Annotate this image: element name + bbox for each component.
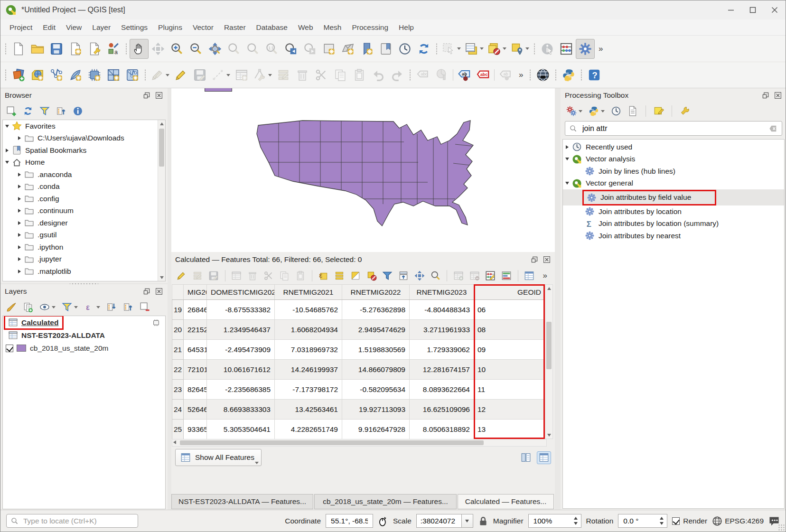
- cell[interactable]: -0.582095634: [342, 380, 410, 400]
- expander-icon[interactable]: [15, 245, 23, 249]
- toolbox-alg-join-attributes-nearest[interactable]: Join attributes by nearest: [563, 230, 784, 242]
- row-number[interactable]: 23: [172, 380, 184, 400]
- attr-invert-selection-button[interactable]: [349, 269, 362, 282]
- zoom-last-button[interactable]: [281, 39, 300, 59]
- cell[interactable]: 52646: [184, 400, 207, 420]
- expander-icon[interactable]: [15, 257, 23, 261]
- attr-toggle-editing-button[interactable]: [175, 269, 188, 282]
- toolbox-alg-join-attributes-by-field-value[interactable]: Join attributes by field value: [563, 189, 784, 205]
- layers-close-button[interactable]: [154, 288, 163, 296]
- clear-search-icon[interactable]: [769, 124, 777, 133]
- scale-combo[interactable]: :38024072: [416, 514, 473, 528]
- browser-item-folder[interactable]: .anaconda: [3, 168, 165, 181]
- menu-layer[interactable]: Layer: [87, 23, 116, 32]
- layer-labeling-options-button[interactable]: ab: [455, 65, 474, 85]
- toggle-editing-button[interactable]: [171, 65, 190, 85]
- cell[interactable]: 12.281674157: [410, 360, 474, 380]
- edit-features-in-place-button[interactable]: [654, 106, 664, 116]
- browser-item-folder[interactable]: .continuum: [3, 205, 165, 217]
- menu-database[interactable]: Database: [251, 23, 293, 32]
- menu-vector[interactable]: Vector: [187, 23, 219, 32]
- redo-button[interactable]: [388, 65, 407, 85]
- crs-indicator[interactable]: EPSG:4269: [712, 516, 764, 526]
- toolbox-close-button[interactable]: [773, 92, 782, 100]
- row-number[interactable]: 20: [172, 320, 184, 340]
- attr-delete-field-button[interactable]: [468, 269, 481, 282]
- tab-cb-2018-us-state[interactable]: cb_2018_us_state_20m — Features...: [314, 494, 457, 509]
- browser-scrollbar[interactable]: [158, 120, 165, 281]
- scroll-down-icon[interactable]: [158, 274, 166, 281]
- new-map-view-button[interactable]: [319, 39, 338, 59]
- python-console-button[interactable]: [559, 65, 578, 85]
- cell-geoid[interactable]: 12: [474, 400, 545, 420]
- save-project-button[interactable]: [47, 39, 66, 59]
- new-geopackage-layer-button[interactable]: [28, 65, 47, 85]
- render-toggle[interactable]: Render: [672, 517, 707, 525]
- cell[interactable]: -2.235686385: [207, 380, 275, 400]
- style-manager-button[interactable]: a: [104, 39, 123, 59]
- open-attribute-table-button[interactable]: [463, 39, 486, 59]
- cell[interactable]: 16.625109096: [410, 400, 474, 420]
- scrollbar-thumb[interactable]: [546, 322, 552, 369]
- toolbar-grip[interactable]: [125, 43, 128, 55]
- new-3d-map-view-button[interactable]: [338, 39, 357, 59]
- scroll-left-icon[interactable]: [173, 440, 176, 444]
- browser-item-folder[interactable]: .matplotlib: [3, 265, 165, 278]
- corner-header[interactable]: [172, 285, 184, 300]
- magnifier-input[interactable]: [533, 516, 570, 526]
- delete-selected-button[interactable]: [293, 65, 312, 85]
- tab-nst-est2023[interactable]: NST-EST2023-ALLDATA — Features...: [171, 494, 313, 509]
- current-edits-button[interactable]: [149, 65, 171, 85]
- help-button[interactable]: ?: [585, 65, 604, 85]
- browser-properties-button[interactable]: [73, 106, 83, 116]
- toolbox-options-button[interactable]: [680, 106, 690, 116]
- attr-select-all-button[interactable]: [333, 269, 346, 282]
- toolbox-group-recently-used[interactable]: Recently used: [563, 141, 784, 153]
- column-header-geoid[interactable]: GEOID: [474, 285, 545, 300]
- browser-item-spatial-bookmarks[interactable]: Spatial Bookmarks: [3, 144, 165, 157]
- toolbar-grip[interactable]: [4, 43, 7, 55]
- menu-settings[interactable]: Settings: [116, 23, 153, 32]
- new-gpx-layer-button[interactable]: [123, 65, 142, 85]
- toolbar-grip[interactable]: [533, 43, 536, 55]
- cell[interactable]: 72101: [184, 360, 207, 380]
- new-virtual-layer-button[interactable]: [85, 65, 104, 85]
- cell[interactable]: 19.927113093: [342, 400, 410, 420]
- browser-item-folder[interactable]: .jupyter: [3, 253, 165, 266]
- expander-icon[interactable]: [563, 145, 571, 149]
- cell[interactable]: 82645: [184, 380, 207, 400]
- toolbox-alg-join-attributes-by-location[interactable]: Join attributes by location: [563, 205, 784, 218]
- browser-filter-button[interactable]: [39, 106, 50, 116]
- deselect-features-button[interactable]: [486, 39, 508, 59]
- window-resize-grip[interactable]: [778, 524, 785, 531]
- new-project-button[interactable]: [9, 39, 28, 59]
- cell[interactable]: 1.6068204934: [275, 320, 342, 340]
- cell[interactable]: -7.173798172: [275, 380, 342, 400]
- layer-item-calculated[interactable]: Calculated: [3, 316, 165, 329]
- toolbar-grip[interactable]: [4, 69, 7, 81]
- new-mesh-layer-button[interactable]: [104, 65, 123, 85]
- scale-dropdown-button[interactable]: [462, 514, 473, 528]
- attr-zoom-to-selection-button[interactable]: [430, 269, 442, 282]
- toolbar-overflow-button[interactable]: »: [595, 44, 607, 54]
- attr-new-field-button[interactable]: [452, 269, 465, 282]
- form-view-button[interactable]: [519, 451, 533, 464]
- locator-input[interactable]: [22, 516, 133, 526]
- expander-icon[interactable]: [563, 158, 571, 160]
- expand-all-button[interactable]: [106, 302, 117, 312]
- toolbox-float-button[interactable]: [761, 92, 770, 100]
- spinner-buttons[interactable]: [657, 515, 666, 526]
- cell[interactable]: 14.246199937: [275, 360, 342, 380]
- toolbox-results-button[interactable]: [627, 106, 638, 116]
- browser-item-favorites[interactable]: Favorites: [3, 120, 165, 132]
- new-spatialite-layer-button[interactable]: [66, 65, 85, 85]
- column-header-rnetmig2022[interactable]: RNETMIG2022: [342, 285, 410, 300]
- cell[interactable]: 2.9495474629: [342, 320, 410, 340]
- expander-icon[interactable]: [15, 209, 23, 213]
- scrollbar-thumb[interactable]: [180, 440, 484, 445]
- column-header-mig[interactable]: MIG202: [184, 285, 207, 300]
- expander-icon[interactable]: [15, 197, 23, 201]
- row-number[interactable]: 22: [172, 360, 184, 380]
- attr-deselect-all-button[interactable]: [365, 269, 378, 282]
- zoom-out-button[interactable]: [187, 39, 206, 59]
